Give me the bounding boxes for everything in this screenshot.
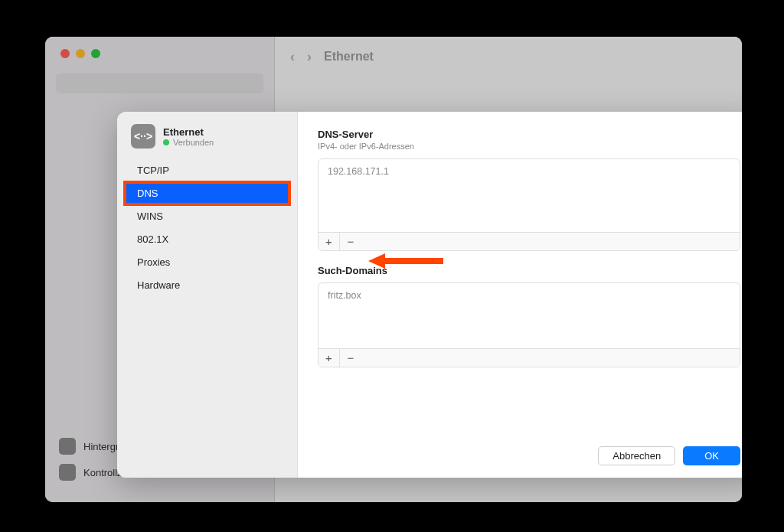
tab-hardware[interactable]: Hardware [125,274,289,296]
remove-dns-button[interactable]: − [340,233,361,250]
ok-button[interactable]: OK [683,446,740,465]
sheet-tabs-list: TCP/IP DNS WINS 802.1X Proxies Hardware [117,159,297,296]
add-dns-button[interactable]: + [318,233,340,250]
status-dot-connected [163,139,169,145]
dns-servers-section: DNS-Server IPv4- oder IPv6-Adressen 192.… [318,129,740,251]
network-settings-sheet: <··> Ethernet Verbunden TCP/IP DNS WINS … [117,112,742,478]
dns-servers-footer: + − [318,232,740,250]
search-domains-list: fritz.box + − [318,282,740,367]
dns-servers-list: 192.168.171.1 + − [318,158,740,251]
arrow-head-icon [368,253,385,269]
sheet-content: DNS-Server IPv4- oder IPv6-Adressen 192.… [298,112,742,478]
search-domain-entry[interactable]: fritz.box [326,288,732,303]
connection-name: Ethernet [163,126,214,138]
system-settings-window: Hintergrundbild Kontrollzentrum ‹ › Ethe… [45,37,742,502]
connection-status-label: Verbunden [173,138,214,147]
dns-servers-body[interactable]: 192.168.171.1 [318,159,740,232]
tab-8021x[interactable]: 802.1X [125,228,289,250]
dns-server-entry[interactable]: 192.168.171.1 [326,164,732,179]
arrow-shaft [385,258,443,264]
connection-header: <··> Ethernet Verbunden [117,124,297,159]
dns-servers-subtitle: IPv4- oder IPv6-Adressen [318,142,740,151]
sheet-sidebar: <··> Ethernet Verbunden TCP/IP DNS WINS … [117,112,298,478]
cancel-button[interactable]: Abbrechen [598,446,675,465]
add-domain-button[interactable]: + [318,349,340,367]
tab-dns[interactable]: DNS [125,182,289,204]
search-domains-footer: + − [318,348,740,367]
search-domains-body[interactable]: fritz.box [318,283,740,348]
annotation-arrow [368,253,443,269]
tab-wins[interactable]: WINS [125,205,289,227]
ethernet-icon: <··> [131,124,155,149]
remove-domain-button[interactable]: − [340,349,361,367]
dns-servers-title: DNS-Server [318,129,740,140]
sheet-button-row: Abbrechen OK [318,434,740,465]
tab-proxies[interactable]: Proxies [125,251,289,273]
connection-status: Verbunden [163,138,214,147]
tab-tcpip[interactable]: TCP/IP [125,159,289,181]
search-domains-section: Such-Domains fritz.box + − [318,265,740,367]
